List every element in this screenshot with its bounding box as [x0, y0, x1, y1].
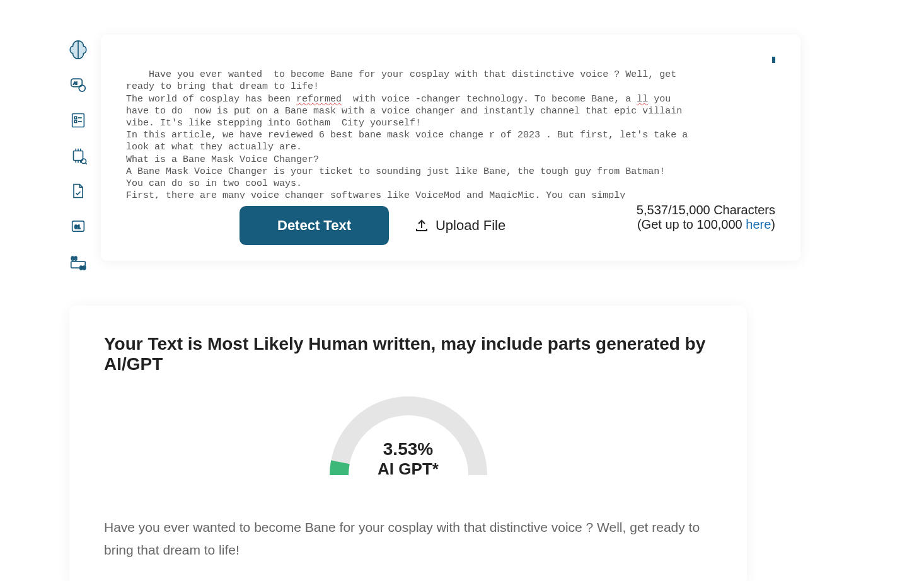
sidebar-item-checklist[interactable] — [66, 108, 90, 132]
svg-rect-7 — [74, 120, 77, 123]
character-counter: 5,537/15,000 Characters (Get up to 100,0… — [637, 203, 775, 232]
text-input-area[interactable]: Have you ever wanted to become Bane for … — [126, 57, 775, 198]
text-line: have to do now is put on a Bane mask wit… — [126, 106, 682, 117]
svg-text:99: 99 — [80, 265, 86, 271]
char-count-text: 5,537/15,000 Characters — [637, 203, 775, 217]
svg-text:66: 66 — [71, 255, 78, 262]
text-line: What is a Bane Mask Voice Changer? — [126, 154, 319, 165]
sidebar: AI 01 66 99 — [63, 38, 93, 273]
sidebar-item-ai-chat[interactable]: AI — [66, 73, 90, 97]
gauge-sublabel: AI GPT* — [326, 459, 490, 479]
result-panel: Your Text is Most Likely Human written, … — [69, 306, 747, 581]
text-line: In this article, we have reviewed 6 best… — [126, 130, 688, 141]
upload-label: Upload File — [436, 217, 505, 234]
ai-chat-icon: AI — [69, 76, 88, 95]
spell-error: softwares — [330, 190, 381, 198]
editor-panel: Have you ever wanted to become Bane for … — [101, 35, 800, 261]
spell-error: VoiceMod — [415, 190, 461, 198]
text-line: look at what they actually are. — [126, 142, 302, 152]
svg-line-17 — [85, 163, 87, 164]
checklist-icon — [69, 112, 87, 129]
upsell-link[interactable]: here — [746, 217, 771, 231]
result-body-text: Have you ever wanted to become Bane for … — [104, 516, 712, 561]
spell-error: reformed — [296, 94, 342, 105]
text-line: The world of cosplay has been — [126, 94, 296, 105]
result-heading: Your Text is Most Likely Human written, … — [104, 334, 712, 374]
binary-icon: 01 — [69, 217, 87, 235]
text-line: ready to bring that dream to life! — [126, 81, 319, 92]
spell-error: ll — [637, 94, 648, 105]
sidebar-item-brain[interactable] — [66, 38, 90, 62]
upload-file-button[interactable]: Upload File — [414, 217, 505, 234]
circuit-icon — [69, 146, 88, 165]
quote-icon: 66 99 — [69, 252, 88, 271]
sidebar-item-doc-check[interactable] — [66, 179, 90, 203]
svg-text:AI: AI — [74, 81, 78, 85]
doc-check-icon — [69, 182, 87, 200]
text-line: Have you ever wanted to become Bane for … — [149, 69, 676, 80]
gauge-container: 3.53% AI GPT* — [104, 396, 712, 478]
svg-text:01: 01 — [74, 224, 81, 230]
text-line: vibe. It's like stepping into Gotham Cit… — [126, 118, 421, 129]
text-line: A Bane Mask Voice Changer is your ticket… — [126, 166, 665, 177]
text-line: You can do so in two cool ways. — [126, 178, 302, 189]
text-line: First, there are many voice changer — [126, 190, 330, 198]
svg-rect-5 — [74, 117, 77, 119]
sidebar-item-circuit[interactable] — [66, 144, 90, 168]
controls-row: Detect Text Upload File 5,537/15,000 Cha… — [126, 206, 775, 245]
upload-icon — [414, 218, 429, 233]
brain-icon — [67, 39, 89, 60]
text-cursor — [772, 57, 775, 63]
sidebar-item-quote[interactable]: 66 99 — [66, 250, 90, 273]
svg-point-3 — [79, 85, 85, 91]
spell-error: MagicMic — [489, 190, 534, 198]
detect-text-button[interactable]: Detect Text — [240, 206, 389, 245]
gauge-percent: 3.53% — [326, 439, 490, 459]
svg-rect-9 — [74, 151, 83, 161]
ai-percentage-gauge: 3.53% AI GPT* — [326, 396, 490, 478]
sidebar-item-binary[interactable]: 01 — [66, 214, 90, 238]
